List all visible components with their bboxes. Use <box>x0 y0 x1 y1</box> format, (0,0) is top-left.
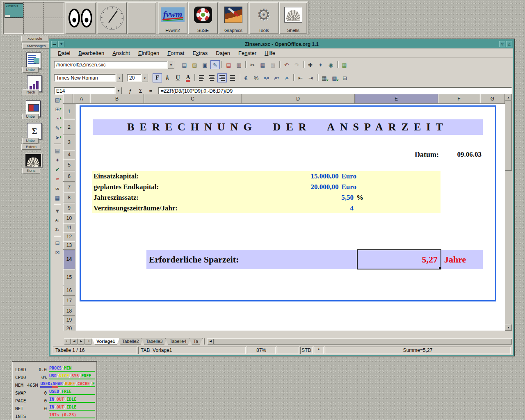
sort-ascending-icon[interactable]: A↓ <box>52 216 62 225</box>
increase-indent-icon[interactable]: ⇥ <box>306 73 315 82</box>
align-right-icon[interactable] <box>217 73 227 82</box>
sheet-tab-tabelle2[interactable]: Tabelle2 <box>118 338 144 345</box>
menu-datei[interactable]: Datei <box>54 49 74 57</box>
row-header-4[interactable]: 4 <box>63 150 75 159</box>
desktop-icon-unbenannt-1[interactable]: Unbe <box>22 67 39 73</box>
last-sheet-button[interactable]: ⇥ <box>85 338 91 345</box>
font-size-dropdown[interactable]: ▼ <box>142 74 148 82</box>
row-header-9[interactable]: 9 <box>63 203 75 213</box>
row-header-3[interactable]: 3 <box>63 135 75 150</box>
column-header-F[interactable]: F <box>438 94 480 104</box>
status-insert-mode[interactable] <box>277 347 299 354</box>
scroll-down-button[interactable]: ▼ <box>505 324 512 331</box>
data-sources-icon[interactable]: ▦ <box>52 193 62 203</box>
print-icon[interactable]: ▥ <box>234 60 244 69</box>
edit-file-icon[interactable]: ✎ <box>210 60 220 69</box>
hyperlink-icon[interactable]: ◉ <box>326 60 336 69</box>
align-justify-icon[interactable] <box>228 73 237 82</box>
row-header-1[interactable]: 1 <box>63 104 75 119</box>
insert-icon[interactable]: ▧ <box>52 95 62 105</box>
add-decimal-place-icon[interactable]: ,0+ <box>272 73 281 82</box>
number-format-currency-icon[interactable]: € <box>241 73 251 82</box>
save-icon[interactable]: ▣ <box>200 60 210 69</box>
menu-bearbeiten[interactable]: Bearbeiten <box>74 49 108 57</box>
menu-hilfe[interactable]: Hilfe <box>260 49 279 57</box>
horizontal-scrollbar[interactable]: ◀ <box>207 338 512 345</box>
row-header-13[interactable]: 13 <box>63 241 75 250</box>
row-header-19[interactable]: 19 <box>63 316 75 324</box>
xeyes-applet[interactable] <box>65 2 96 34</box>
export-pdf-icon[interactable]: ▤ <box>224 60 233 69</box>
empty-taskbar-button[interactable] <box>128 2 156 34</box>
pager-mini-window[interactable]: Zinsen.s <box>5 3 23 18</box>
sheet-tab-tabelle3[interactable]: Tabelle3 <box>142 338 167 345</box>
open-folder-icon[interactable]: ▨ <box>190 60 199 69</box>
group-icon[interactable]: ⊟ <box>52 238 62 248</box>
row-header-5[interactable]: 5 <box>63 159 75 171</box>
status-zoom[interactable]: 87% <box>247 347 276 354</box>
column-header-B[interactable]: B <box>90 94 144 104</box>
taskbar-button-shells[interactable]: Shells <box>279 2 307 34</box>
fill-handle[interactable] <box>439 267 441 269</box>
row-header-11[interactable]: 11 <box>63 223 75 232</box>
number-format-standard-icon[interactable]: 0,0 <box>262 73 271 82</box>
window-maximize-button[interactable]: △ <box>506 41 512 47</box>
desktop-icon-xmessages[interactable]: XMessages <box>22 43 50 49</box>
desktop-icon-unbenannt-3[interactable]: Unbe <box>22 138 39 144</box>
sheet-grid[interactable]: BERECHNUNG DER ANSPARZEIT Datum: 09.06.0… <box>75 104 505 331</box>
taskbar-button-fvwm2[interactable]: fvwm Fvwm2 <box>158 2 187 34</box>
url-dropdown-button[interactable]: ▼ <box>168 61 174 69</box>
vertical-scrollbar[interactable]: ▲ ▼ <box>505 94 512 331</box>
autofilter-icon[interactable]: ▼ <box>52 206 62 216</box>
status-selection-mode[interactable]: STD <box>300 347 313 354</box>
desktop-icon-math-doc[interactable]: Σ <box>27 123 42 139</box>
menu-daten[interactable]: Daten <box>212 49 234 57</box>
font-color-icon[interactable]: A <box>183 73 193 82</box>
stylist-icon[interactable]: ✦ <box>316 60 325 69</box>
menu-extras[interactable]: Extras <box>188 49 212 57</box>
sheet-tab-vorlage1[interactable]: Vorlage1 <box>92 338 120 345</box>
insert-object-icon[interactable]: ◔ <box>52 114 62 123</box>
background-color-icon[interactable]: ▩ <box>330 73 339 82</box>
row-header-18[interactable]: 18 <box>63 306 75 316</box>
draw-functions-icon[interactable]: ✎ <box>52 123 62 133</box>
column-header-G[interactable]: G <box>480 94 505 104</box>
align-center-icon[interactable] <box>207 73 217 82</box>
sheet-tab-ta[interactable]: Ta <box>189 338 203 345</box>
row-header-17[interactable]: 17 <box>63 296 75 306</box>
align-vertical-icon[interactable]: ⊟ <box>340 73 349 82</box>
sort-descending-icon[interactable]: Z↓ <box>52 225 62 235</box>
window-sticky-button[interactable]: ✚ <box>58 41 64 47</box>
taskbar-button-suse[interactable]: SuSE <box>188 2 218 34</box>
window-iconify-button[interactable]: ▽ <box>499 41 505 47</box>
document-url-input[interactable] <box>54 61 168 69</box>
desktop-icon-rechnung[interactable]: Rech <box>23 89 39 95</box>
select-all-corner[interactable] <box>63 94 73 104</box>
column-header-C[interactable]: C <box>144 94 242 104</box>
sheet-tab-tabelle4[interactable]: Tabelle4 <box>165 338 191 345</box>
status-sum[interactable]: Summe=5,27 <box>325 347 511 354</box>
scroll-left-button[interactable]: ◀ <box>207 338 214 345</box>
menu-fenster[interactable]: Fenster <box>234 49 260 57</box>
menu-ansicht[interactable]: Ansicht <box>108 49 134 57</box>
align-left-icon[interactable] <box>197 73 206 82</box>
taskbar-button-graphics[interactable]: Graphics <box>219 2 248 34</box>
tab-splitter[interactable] <box>204 338 207 345</box>
cut-icon[interactable]: ✂ <box>248 60 257 69</box>
next-sheet-button[interactable]: ▶ <box>78 338 84 345</box>
desktop-icon-extern[interactable]: Extern <box>21 144 41 150</box>
delete-decimal-place-icon[interactable]: ,0- <box>282 73 292 82</box>
column-header-A[interactable]: A <box>73 94 90 104</box>
copy-icon[interactable]: ▦ <box>258 60 267 69</box>
desktop-icon-writer-doc[interactable] <box>26 52 41 69</box>
stylist-icon[interactable]: ✦ <box>52 155 62 165</box>
clock-applet[interactable] <box>97 2 127 34</box>
column-header-D[interactable]: D <box>242 94 355 104</box>
row-header-20[interactable]: 20 <box>63 324 75 331</box>
borders-icon[interactable]: ▦ <box>320 73 329 82</box>
row-header-12[interactable]: 12 <box>63 232 75 241</box>
font-name-input[interactable] <box>54 74 116 82</box>
row-header-14[interactable]: 14 <box>63 250 75 269</box>
form-functions-icon[interactable]: ➤ <box>52 133 62 142</box>
menu-format[interactable]: Format <box>163 49 188 57</box>
